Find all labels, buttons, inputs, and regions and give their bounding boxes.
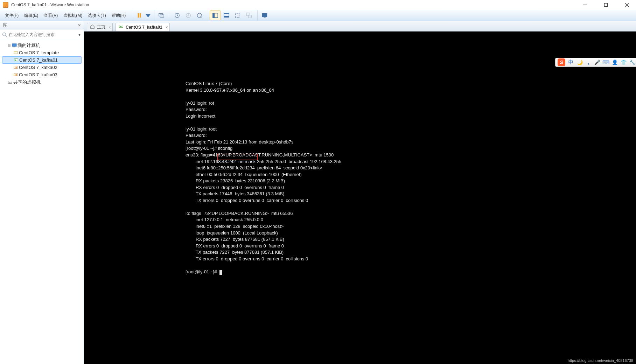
pause-vm-button[interactable] [134,10,145,20]
show-sidebar-button[interactable] [210,10,221,20]
svg-rect-14 [213,13,215,18]
svg-rect-21 [264,17,266,18]
svg-line-23 [6,36,7,37]
user-icon[interactable]: 👤 [611,59,618,65]
tab-label: 主页 [97,24,105,30]
menu-vm[interactable]: 虚拟机(M) [61,11,85,20]
revert-snapshot-button[interactable] [183,10,194,20]
window-title: CentOS 7_kafka01 - VMware Workstation [11,2,579,7]
library-tree: ⊟ 我的计算机 CentOS 7_template CentOS 7_kafka… [0,40,84,87]
collapse-icon[interactable]: ⊟ [7,43,11,47]
tree-vm-kafka01[interactable]: CentOS 7_kafka01 [2,56,82,64]
titlebar: CentOS 7_kafka01 - VMware Workstation [0,0,636,10]
tree-shared-vms[interactable]: 共享的虚拟机 [2,78,82,86]
vmware-app-icon [3,2,8,8]
unity-button[interactable] [243,10,254,20]
close-button[interactable] [621,1,633,8]
window-controls [579,1,633,8]
menubar: 文件(F) 编辑(E) 查看(V) 虚拟机(M) 选项卡(T) 帮助(H) [0,10,636,21]
menu-help[interactable]: 帮助(H) [109,11,129,20]
svg-rect-17 [236,13,240,18]
sogou-ime-toolbar[interactable]: S 中 🌙 , 🎤 ⌨ 👤 👕 🔧 [555,58,636,67]
svg-rect-8 [160,15,164,17]
minimize-button[interactable] [579,1,591,8]
computer-icon [11,43,18,48]
vm-icon [13,51,19,55]
sidebar-search: ▼ [0,29,84,40]
toolbox-icon[interactable]: 🔧 [629,59,635,65]
vm-running-icon [13,58,19,62]
sidebar-close-button[interactable]: × [78,22,81,28]
shared-icon [7,80,13,84]
tab-close-button[interactable]: × [109,25,111,29]
svg-rect-34 [15,74,15,76]
svg-rect-1 [604,4,608,7]
tree-label: 我的计算机 [18,42,40,49]
tab-home[interactable]: 主页 × [87,23,113,31]
ime-punct-button[interactable]: , [585,59,592,65]
svg-rect-5 [140,13,141,18]
snapshot-button[interactable] [172,10,183,20]
home-icon [90,24,95,30]
svg-text:S: S [560,60,563,65]
tree-vm-template[interactable]: CentOS 7_template [2,49,82,56]
power-dropdown-button[interactable] [145,10,151,20]
tab-vm-kafka01[interactable]: CentOS 7_kafka01 × [116,23,170,31]
sogou-logo-icon: S [558,58,565,66]
menu-file[interactable]: 文件(F) [2,11,21,20]
menu-view[interactable]: 查看(V) [41,11,61,20]
search-input[interactable] [8,31,77,38]
watermark-text: https://blog.csdn.net/weixin_40816738 [568,358,633,363]
tree-label: CentOS 7_kafka03 [19,72,57,77]
svg-point-38 [11,82,12,83]
cursor-icon [219,270,222,275]
sidebar-header: 库 × [0,21,84,29]
tree-label: CentOS 7_template [19,50,59,55]
tab-label: CentOS 7_kafka01 [126,25,162,30]
tree-vm-kafka02[interactable]: CentOS 7_kafka02 [2,64,82,71]
tree-label: CentOS 7_kafka02 [19,65,57,70]
sidebar-title: 库 [3,22,7,28]
snapshot-manager-button[interactable] [194,10,205,20]
moon-icon[interactable]: 🌙 [576,59,583,65]
svg-rect-4 [138,13,139,18]
tab-close-button[interactable]: × [166,25,168,29]
keyboard-icon[interactable]: ⌨ [603,59,609,65]
menu-edit[interactable]: 编辑(E) [21,11,41,20]
vm-running-icon [119,24,124,30]
svg-point-37 [9,82,10,83]
tab-bar: 主页 × CentOS 7_kafka01 × [84,21,636,31]
fullscreen-button[interactable] [232,10,243,20]
microphone-icon[interactable]: 🎤 [594,59,600,65]
highlight-annotation [217,154,258,161]
svg-rect-24 [12,43,16,46]
svg-marker-6 [146,14,151,17]
svg-rect-20 [262,13,267,17]
tree-my-computer[interactable]: ⊟ 我的计算机 [2,42,82,49]
ime-lang-button[interactable]: 中 [568,59,574,65]
search-dropdown-button[interactable]: ▼ [77,33,82,37]
view-mode-button[interactable] [221,10,232,20]
svg-rect-33 [14,73,18,76]
svg-rect-32 [16,66,17,68]
svg-point-12 [200,16,202,18]
maximize-button[interactable] [600,1,612,8]
tree-vm-kafka03[interactable]: CentOS 7_kafka03 [2,71,82,78]
vm-paused-icon [13,65,19,70]
svg-rect-25 [13,47,15,47]
console-view-button[interactable] [259,10,270,20]
svg-rect-35 [16,74,17,76]
svg-point-22 [3,33,6,36]
svg-rect-30 [14,66,18,68]
menu-items: 文件(F) 编辑(E) 查看(V) 虚拟机(M) 选项卡(T) 帮助(H) [2,11,128,20]
vm-console[interactable]: CentOS Linux 7 (Core) Kernel 3.10.0-957.… [84,31,636,364]
tree-label: CentOS 7_kafka01 [19,57,58,63]
toolbar [132,10,272,21]
send-ctrl-alt-del-button[interactable] [156,10,167,20]
svg-rect-16 [224,16,229,18]
svg-rect-31 [15,66,15,68]
search-icon [1,32,8,37]
skin-icon[interactable]: 👕 [620,59,627,65]
menu-tabs[interactable]: 选项卡(T) [85,11,109,20]
vm-paused-icon [13,73,19,77]
